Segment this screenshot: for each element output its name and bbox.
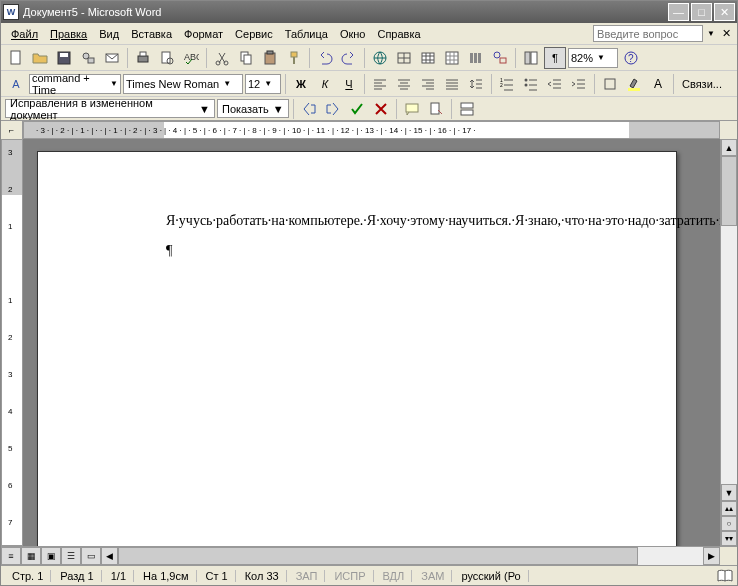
bulleted-list-button[interactable] [520,73,542,95]
font-combo[interactable]: Times New Roman▼ [123,74,243,94]
email-button[interactable] [101,47,123,69]
select-browse-object-button[interactable]: ○ [721,516,737,531]
style-combo[interactable]: command + Time▼ [29,74,121,94]
menu-tools[interactable]: Сервис [229,26,279,42]
zoom-combo[interactable]: 82%▼ [568,48,618,68]
menu-window[interactable]: Окно [334,26,372,42]
font-size-combo[interactable]: 12▼ [245,74,281,94]
copy-button[interactable] [235,47,257,69]
redo-button[interactable] [338,47,360,69]
normal-view-button[interactable]: ≡ [1,547,21,565]
spellcheck-status-icon[interactable] [717,569,733,583]
cut-button[interactable] [211,47,233,69]
next-page-button[interactable]: ▾▾ [721,531,737,546]
menu-view[interactable]: Вид [93,26,125,42]
status-ext[interactable]: ВДЛ [376,570,413,582]
menu-format[interactable]: Формат [178,26,229,42]
help-dropdown-icon[interactable]: ▼ [707,29,715,38]
styles-pane-button[interactable]: A [5,73,27,95]
show-formatting-button[interactable]: ¶ [544,47,566,69]
highlight-button[interactable] [623,73,645,95]
underline-button[interactable]: Ч [338,73,360,95]
links-button[interactable]: Связи... [678,78,726,90]
scroll-up-button[interactable]: ▲ [721,139,737,156]
menu-file[interactable]: Файл [5,26,44,42]
format-painter-button[interactable] [283,47,305,69]
scroll-right-button[interactable]: ▶ [703,547,720,565]
close-button[interactable]: ✕ [714,3,735,21]
insert-table-button[interactable] [417,47,439,69]
minimize-button[interactable]: — [668,3,689,21]
reviewing-pane-button[interactable] [456,98,478,120]
align-center-button[interactable] [393,73,415,95]
body-text[interactable]: Я·учусь·работать·на·компьютере.·Я·хочу·э… [166,212,628,231]
menu-edit[interactable]: Правка [44,26,93,42]
status-column: Кол 33 [238,570,287,582]
close-document-button[interactable]: ✕ [719,27,733,41]
empty-paragraph[interactable]: ¶ [166,243,628,259]
tables-borders-button[interactable] [393,47,415,69]
print-layout-button[interactable]: ▣ [41,547,61,565]
web-view-button[interactable]: ▦ [21,547,41,565]
borders-button[interactable] [599,73,621,95]
align-right-button[interactable] [417,73,439,95]
spellcheck-button[interactable]: ABC [180,47,202,69]
paste-button[interactable] [259,47,281,69]
page[interactable]: Я·учусь·работать·на·компьютере.·Я·хочу·э… [37,151,677,546]
excel-button[interactable] [441,47,463,69]
new-button[interactable] [5,47,27,69]
menu-table[interactable]: Таблица [279,26,334,42]
horizontal-scrollbar[interactable]: ◀ ▶ [101,547,720,565]
increase-indent-button[interactable] [568,73,590,95]
status-track[interactable]: ИСПР [327,570,373,582]
font-color-button[interactable]: A [647,73,669,95]
permission-button[interactable] [77,47,99,69]
display-review-combo[interactable]: Исправления в измененном документ▼ [5,99,215,118]
menu-insert[interactable]: Вставка [125,26,178,42]
print-button[interactable] [132,47,154,69]
numbered-list-button[interactable]: 12 [496,73,518,95]
status-ovr[interactable]: ЗАМ [414,570,452,582]
vertical-scrollbar[interactable]: ▲ ▼ ▴▴ ○ ▾▾ [720,139,737,546]
scroll-left-button[interactable]: ◀ [101,547,118,565]
maximize-button[interactable]: □ [691,3,712,21]
new-comment-button[interactable] [401,98,423,120]
columns-button[interactable] [465,47,487,69]
horizontal-ruler[interactable]: · 3 · | · 2 · | · 1 · | · · | · 1 · | · … [23,121,720,139]
document-area[interactable]: Я·учусь·работать·на·компьютере.·Я·хочу·э… [23,139,720,546]
outline-view-button[interactable]: ☰ [61,547,81,565]
status-language[interactable]: русский (Ро [454,570,528,582]
accept-change-button[interactable] [346,98,368,120]
prev-change-button[interactable] [298,98,320,120]
menu-help[interactable]: Справка [371,26,426,42]
svg-rect-14 [244,55,251,64]
hscroll-thumb[interactable] [118,547,638,565]
decrease-indent-button[interactable] [544,73,566,95]
status-rec[interactable]: ЗАП [289,570,326,582]
track-changes-button[interactable] [425,98,447,120]
justify-button[interactable] [441,73,463,95]
align-left-button[interactable] [369,73,391,95]
reading-view-button[interactable]: ▭ [81,547,101,565]
save-button[interactable] [53,47,75,69]
next-change-button[interactable] [322,98,344,120]
help-search-input[interactable] [593,25,703,42]
italic-button[interactable]: К [314,73,336,95]
show-combo[interactable]: Показать▼ [217,99,289,118]
print-preview-button[interactable] [156,47,178,69]
document-map-button[interactable] [520,47,542,69]
svg-rect-15 [265,53,275,64]
help-button[interactable]: ? [620,47,642,69]
prev-page-button[interactable]: ▴▴ [721,501,737,516]
scroll-down-button[interactable]: ▼ [721,484,737,501]
tab-selector[interactable]: ⌐ [1,121,23,139]
undo-button[interactable] [314,47,336,69]
drawing-button[interactable] [489,47,511,69]
bold-button[interactable]: Ж [290,73,312,95]
hyperlink-button[interactable] [369,47,391,69]
vertical-ruler[interactable]: 32112345678 [1,139,23,546]
vscroll-thumb[interactable] [721,156,737,226]
open-button[interactable] [29,47,51,69]
reject-change-button[interactable] [370,98,392,120]
line-spacing-button[interactable] [465,73,487,95]
